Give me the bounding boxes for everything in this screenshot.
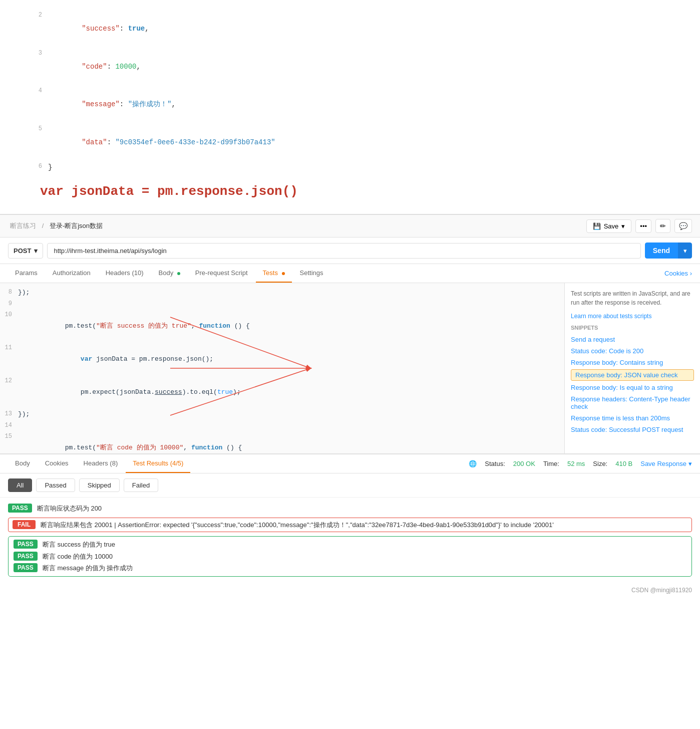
- code-line-4: 4 "message": "操作成功！",: [30, 86, 680, 124]
- save-response-button[interactable]: Save Response ▾: [640, 460, 692, 467]
- send-dropdown-button[interactable]: ▾: [678, 242, 692, 259]
- response-tab-headers[interactable]: Headers (8): [77, 454, 125, 473]
- status-label: Status:: [485, 460, 505, 467]
- send-button[interactable]: Send: [645, 242, 678, 259]
- body-dot-indicator: [177, 272, 180, 275]
- tab-nav: Params Authorization Headers (10) Body P…: [0, 264, 700, 283]
- test-pass4-text: 断言 message 的值为 操作成功: [43, 563, 133, 573]
- url-input[interactable]: [47, 243, 640, 259]
- url-bar: POST ▾ Send ▾: [0, 237, 700, 264]
- response-meta: 🌐 Status: 200 OK Time: 52 ms Size: 410 B…: [469, 460, 692, 467]
- time-value: 52 ms: [567, 460, 585, 467]
- tab-cookies[interactable]: Cookies ›: [664, 265, 692, 282]
- code-preview-section: 2 "success": true, 3 "code": 10000, 4 "m…: [0, 0, 700, 214]
- response-section: Body Cookies Headers (8) Test Results (4…: [0, 453, 700, 583]
- comment-icon: 💬: [679, 222, 687, 230]
- test-pass2-text: 断言 success 的值为 true: [43, 540, 115, 550]
- line-number: 5: [30, 124, 48, 162]
- test-result-pass3: PASS 断言 code 的值为 10000: [14, 552, 686, 562]
- code-line-12: 12 pm.expect(jsonData.success).to.eql(tr…: [0, 376, 564, 409]
- filter-skipped[interactable]: Skipped: [79, 478, 120, 492]
- badge-pass-2: PASS: [14, 540, 38, 549]
- code-editor: 8 }); 9 10 pm.test("断言 success 的值为 true"…: [0, 283, 564, 453]
- badge-pass-3: PASS: [14, 552, 38, 561]
- watermark: CSDN @mingji811920: [0, 583, 700, 598]
- breadcrumb-current: 登录-断言json数据: [50, 222, 103, 229]
- snippet-response-time[interactable]: Response time is less than 200ms: [571, 412, 694, 424]
- code-line-15: 15 pm.test("断言 code 的值为 10000", function…: [0, 431, 564, 454]
- snippet-json-value-check[interactable]: Response body: JSON value check: [571, 369, 694, 381]
- line-content: "success": true,: [48, 10, 676, 48]
- tab-params[interactable]: Params: [8, 264, 45, 283]
- globe-icon: 🌐: [469, 460, 477, 467]
- code-line-3: 3 "code": 10000,: [30, 48, 680, 86]
- response-tab-body[interactable]: Body: [8, 454, 37, 473]
- badge-pass: PASS: [8, 504, 32, 513]
- filter-passed[interactable]: Passed: [36, 478, 75, 492]
- snippet-response-contains-string[interactable]: Response body: Contains string: [571, 357, 694, 368]
- save-chevron-icon: ▾: [621, 222, 625, 230]
- line-number: 3: [30, 48, 48, 86]
- snippet-status-200[interactable]: Status code: Code is 200: [571, 345, 694, 357]
- edit-button[interactable]: ✏: [655, 219, 670, 233]
- test-pass1-text: 断言响应状态码为 200: [37, 504, 102, 514]
- line-number: 2: [30, 10, 48, 48]
- test-result-pass1: PASS 断言响应状态码为 200: [8, 504, 692, 514]
- snippet-content-type-check[interactable]: Response headers: Content-Type header ch…: [571, 393, 694, 412]
- breadcrumb-separator: /: [42, 222, 46, 229]
- response-tab-test-results[interactable]: Test Results (4/5): [126, 454, 190, 473]
- method-chevron-icon: ▾: [34, 247, 38, 255]
- save-button[interactable]: 💾 Save ▾: [586, 219, 632, 233]
- code-line-8: 8 });: [0, 287, 564, 298]
- learn-more-link[interactable]: Learn more about tests scripts: [571, 313, 651, 320]
- test-result-pass2: PASS 断言 success 的值为 true: [14, 540, 686, 550]
- filter-all[interactable]: All: [8, 478, 32, 492]
- snippet-send-request[interactable]: Send a request: [571, 334, 694, 345]
- tests-dot-indicator: [282, 272, 285, 275]
- badge-pass-4: PASS: [14, 563, 38, 572]
- test-pass-group: PASS 断言 success 的值为 true PASS 断言 code 的值…: [8, 536, 692, 577]
- breadcrumb-parent: 断言练习: [10, 222, 36, 229]
- tab-authorization[interactable]: Authorization: [46, 264, 98, 283]
- tab-headers[interactable]: Headers (10): [99, 264, 151, 283]
- toolbar-actions: 💾 Save ▾ ••• ✏ 💬: [586, 219, 692, 233]
- line-content: "code": 10000,: [48, 48, 676, 86]
- response-tabs: Body Cookies Headers (8) Test Results (4…: [0, 454, 700, 473]
- save-response-chevron-icon: ▾: [688, 460, 692, 467]
- snippet-successful-post[interactable]: Status code: Successful POST request: [571, 424, 694, 435]
- tab-prerequest[interactable]: Pre-request Script: [188, 264, 255, 283]
- code-line-6: 6 }: [30, 161, 680, 174]
- code-line-9: 9: [0, 299, 564, 310]
- test-fail1-text: 断言响应结果包含 20001 | AssertionError: expecte…: [41, 520, 554, 530]
- time-label: Time:: [543, 460, 559, 467]
- size-label: Size:: [593, 460, 607, 467]
- tab-settings[interactable]: Settings: [293, 264, 330, 283]
- more-button[interactable]: •••: [635, 219, 651, 233]
- badge-fail: FAIL: [13, 520, 36, 529]
- line-number: 6: [30, 161, 48, 174]
- code-line-2: 2 "success": true,: [30, 10, 680, 48]
- cookies-chevron-icon: ›: [690, 270, 692, 277]
- tab-body[interactable]: Body: [152, 264, 187, 283]
- send-wrapper: Send ▾: [645, 242, 692, 259]
- json-code-block: 2 "success": true, 3 "code": 10000, 4 "m…: [20, 10, 680, 174]
- line-content: "message": "操作成功！",: [48, 86, 676, 124]
- tab-tests[interactable]: Tests: [256, 264, 292, 283]
- snippets-pane: Test scripts are written in JavaScript, …: [565, 283, 700, 453]
- comment-button[interactable]: 💬: [674, 219, 692, 233]
- code-line-11: 11 var jsonData = pm.response.json();: [0, 343, 564, 376]
- response-tab-cookies[interactable]: Cookies: [38, 454, 76, 473]
- filter-tabs: All Passed Skipped Failed: [0, 473, 700, 498]
- editor-pane[interactable]: 8 }); 9 10 pm.test("断言 success 的值为 true"…: [0, 283, 565, 453]
- test-result-fail1: FAIL 断言响应结果包含 20001 | AssertionError: ex…: [8, 518, 692, 533]
- filter-failed[interactable]: Failed: [124, 478, 158, 492]
- method-select[interactable]: POST ▾: [8, 243, 43, 259]
- test-results-list: PASS 断言响应状态码为 200 FAIL 断言响应结果包含 20001 | …: [0, 498, 700, 583]
- code-line-5: 5 "data": "9c0354ef-0ee6-433e-b242-d99f3…: [30, 124, 680, 162]
- method-label: POST: [14, 247, 31, 255]
- snippets-info-text: Test scripts are written in JavaScript, …: [571, 289, 694, 307]
- toolbar: 断言练习 / 登录-断言json数据 💾 Save ▾ ••• ✏ 💬: [0, 215, 700, 237]
- snippet-response-equal-string[interactable]: Response body: Is equal to a string: [571, 382, 694, 393]
- test-pass3-text: 断言 code 的值为 10000: [43, 552, 113, 562]
- line-content: }: [48, 161, 676, 174]
